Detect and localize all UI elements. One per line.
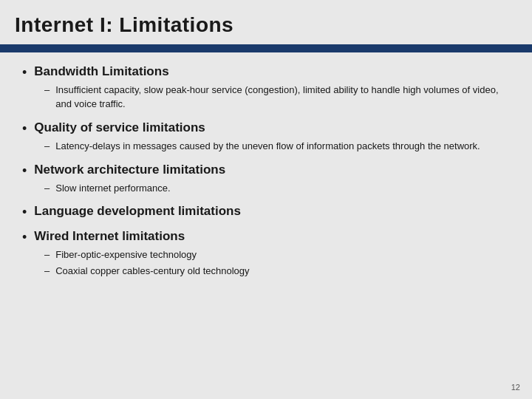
bullet-dot-network: • xyxy=(22,163,27,179)
sub-bullets-wired: – Fiber-optic-expensive technology – Coa… xyxy=(44,248,510,279)
sub-dash-wired-2: – xyxy=(44,265,50,276)
bullet-main-quality: • Quality of service limitations xyxy=(22,120,510,137)
bullet-main-wired: • Wired Internet limitations xyxy=(22,229,510,245)
bullet-dot-wired: • xyxy=(22,230,27,245)
bullet-title-quality: Quality of service limitations xyxy=(34,120,205,135)
bullet-title-wired: Wired Internet limitations xyxy=(34,229,185,244)
sub-text-bandwidth-1: Insufficient capacity, slow peak-hour se… xyxy=(55,83,510,112)
bullet-dot-quality: • xyxy=(22,121,27,137)
bullet-title-bandwidth: Bandwidth Limitations xyxy=(34,64,168,79)
bullet-dot-bandwidth: • xyxy=(22,65,27,81)
sub-bullet-wired-2: – Coaxial copper cables-century old tech… xyxy=(44,265,510,279)
page-number: 12 xyxy=(511,383,520,392)
bullet-main-language: • Language development limitations xyxy=(22,204,510,220)
bullet-title-language: Language development limitations xyxy=(34,204,241,219)
sub-dash-bandwidth-1: – xyxy=(44,84,50,95)
slide-header: Internet I: Limitations xyxy=(0,0,532,47)
sub-text-quality-1: Latency-delays in messages caused by the… xyxy=(55,140,480,154)
sub-dash-wired-1: – xyxy=(44,249,50,260)
sub-text-wired-1: Fiber-optic-expensive technology xyxy=(55,248,197,262)
sub-bullets-bandwidth: – Insufficient capacity, slow peak-hour … xyxy=(44,83,510,112)
slide-content: • Bandwidth Limitations – Insufficient c… xyxy=(0,52,532,299)
sub-text-network-1: Slow internet performance. xyxy=(55,182,170,196)
sub-bullets-network: – Slow internet performance. xyxy=(44,182,510,196)
slide: Internet I: Limitations • Bandwidth Limi… xyxy=(0,0,532,399)
bullet-quality: • Quality of service limitations – Laten… xyxy=(22,120,510,154)
sub-bullet-network-1: – Slow internet performance. xyxy=(44,182,510,196)
bullet-network: • Network architecture limitations – Slo… xyxy=(22,163,510,196)
sub-text-wired-2: Coaxial copper cables-century old techno… xyxy=(55,265,249,279)
bullet-main-bandwidth: • Bandwidth Limitations xyxy=(22,64,510,81)
bullet-bandwidth: • Bandwidth Limitations – Insufficient c… xyxy=(22,64,510,112)
sub-bullets-quality: – Latency-delays in messages caused by t… xyxy=(44,140,510,154)
sub-bullet-bandwidth-1: – Insufficient capacity, slow peak-hour … xyxy=(44,83,510,112)
sub-bullet-quality-1: – Latency-delays in messages caused by t… xyxy=(44,140,510,154)
blue-divider xyxy=(0,47,532,52)
sub-dash-network-1: – xyxy=(44,183,50,194)
bullet-main-network: • Network architecture limitations xyxy=(22,163,510,179)
sub-bullet-wired-1: – Fiber-optic-expensive technology xyxy=(44,248,510,262)
bullet-title-network: Network architecture limitations xyxy=(34,163,225,177)
slide-title: Internet I: Limitations xyxy=(15,13,517,37)
bullet-wired: • Wired Internet limitations – Fiber-opt… xyxy=(22,229,510,279)
sub-dash-quality-1: – xyxy=(44,140,50,151)
bullet-dot-language: • xyxy=(22,205,27,220)
bullet-language: • Language development limitations xyxy=(22,204,510,220)
